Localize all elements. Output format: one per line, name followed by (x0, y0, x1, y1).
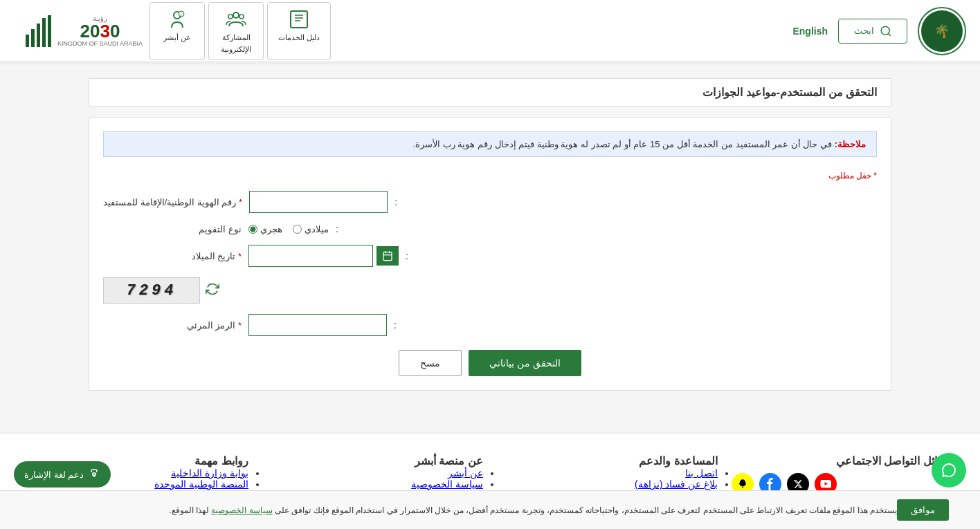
captcha-row: 7294 (103, 277, 877, 304)
sign-language-support-button[interactable]: دعم لغة الإشارة (14, 461, 111, 488)
page-title-bar: التحقق من المستخدم-مواعيد الجوازات (89, 78, 891, 106)
main-content: التحقق من المستخدم-مواعيد الجوازات ملاحظ… (75, 64, 905, 405)
vision-year-text: 2030 (80, 22, 120, 40)
note-text: في حال أن عمر المستفيد من الخدمة أقل من … (412, 139, 832, 149)
cookie-accept-button[interactable]: موافق (897, 499, 949, 521)
form-note-bar: ملاحظة: في حال أن عمر المستفيد من الخدمة… (103, 131, 877, 157)
svg-text:i: i (181, 13, 181, 17)
support-btn-label: دعم لغة الإشارة (24, 470, 84, 480)
search-label: ابحث (854, 26, 874, 36)
clear-button[interactable]: مسح (399, 350, 462, 376)
nav-e-participation[interactable]: المشاركة الإلكترونية (208, 2, 264, 60)
nav-absher-label: عن أبشر (163, 33, 191, 42)
header-right: دليل الخدمات المشاركة الإلكترونية (14, 2, 331, 60)
cookie-text: يستخدم هذا الموقع ملفات تعريف الارتباط ع… (21, 505, 897, 515)
people-icon (225, 8, 247, 30)
calendar-icon (382, 250, 393, 261)
svg-rect-18 (48, 15, 51, 47)
svg-rect-17 (42, 18, 46, 47)
verify-button[interactable]: التحقق من بياناتي (469, 350, 581, 376)
cookie-text-content: يستخدم هذا الموقع ملفات تعريف الارتباط ع… (275, 505, 897, 515)
chat-button[interactable] (932, 453, 966, 488)
id-required-star: * (239, 197, 242, 207)
calendar-button[interactable] (376, 246, 399, 266)
about-link-absher[interactable]: عن أبشر (448, 467, 483, 479)
svg-rect-4 (291, 11, 307, 28)
cookie-privacy-link[interactable]: سياسة الخصوصية (211, 505, 272, 515)
vision-2030-logo: رؤيـة 2030 KINGDOM OF SAUDI ARABIA (24, 14, 143, 48)
info-person-icon: i (166, 8, 188, 30)
miladi-option[interactable]: ميلادي (293, 224, 329, 234)
birth-date-row: : * تاريخ الميلاد (103, 245, 877, 267)
calendar-type-row: : ميلادي هجري نوع التقويم (103, 223, 877, 234)
link-unified[interactable]: المنصة الوطنية الموحدة (154, 479, 248, 490)
birth-date-label: * تاريخ الميلاد (103, 251, 242, 261)
id-number-row: : * رقم الهوية الوطنية/الإقامة للمستفيد (103, 191, 877, 213)
vision-country-en: KINGDOM OF SAUDI ARABIA (57, 40, 143, 47)
captcha-required-star: * (238, 320, 242, 331)
hijri-label: هجري (260, 224, 282, 234)
about-link-privacy[interactable]: سياسة الخصوصية (411, 479, 483, 490)
about-title: عن منصة أبشر (262, 454, 483, 467)
svg-rect-14 (26, 35, 29, 47)
list-item: اتصل بنا (497, 467, 718, 479)
vision-barchart-icon (24, 14, 52, 48)
language-button[interactable]: English (792, 26, 828, 37)
hijri-radio[interactable] (248, 225, 257, 234)
captcha-refresh-button[interactable] (206, 282, 219, 299)
sign-language-icon (88, 468, 100, 481)
svg-rect-16 (37, 24, 40, 47)
logo-inner: 🌴 (921, 10, 963, 52)
list-item: بلاغ عن فساد (نزاهة) (497, 479, 718, 490)
nav-guide-label: دليل الخدمات (278, 33, 320, 42)
nav-participation-label1: المشاركة (222, 33, 251, 42)
nav-service-guide[interactable]: دليل الخدمات (267, 2, 331, 60)
list-item: عن أبشر (262, 467, 483, 479)
nav-icons: دليل الخدمات المشاركة الإلكترونية (149, 2, 331, 60)
captcha-input[interactable] (248, 314, 387, 336)
captcha-image: 7294 (103, 277, 200, 304)
book-icon (288, 8, 310, 30)
cookie-text2: لهذا الموقع. (169, 505, 209, 515)
svg-point-10 (239, 15, 244, 19)
nav-participation-label2: الإلكترونية (221, 45, 251, 54)
search-box[interactable]: ابحث (838, 19, 907, 44)
miladi-label: ميلادي (305, 224, 329, 234)
id-number-input[interactable] (249, 191, 388, 213)
svg-point-2 (881, 26, 889, 35)
svg-text:🌴: 🌴 (934, 24, 950, 39)
link-moi[interactable]: بوابة وزارة الداخلية (171, 467, 248, 479)
date-input-container (248, 245, 399, 267)
note-label: ملاحظة: (835, 139, 866, 149)
site-header: 🌴 ابحث English دليل الخد (0, 0, 980, 62)
hijri-option[interactable]: هجري (248, 224, 282, 234)
search-icon (880, 25, 892, 37)
form-container: ملاحظة: في حال أن عمر المستفيد من الخدمة… (89, 117, 891, 391)
chat-icon (941, 462, 957, 479)
required-note: * حقل مطلوب (103, 171, 877, 180)
captcha-text: 7294 (127, 282, 177, 299)
palm-tree-icon: 🌴 (928, 17, 956, 45)
page-title: التحقق من المستخدم-مواعيد الجوازات (103, 86, 877, 99)
svg-point-8 (233, 12, 239, 18)
miladi-radio[interactable] (293, 225, 302, 234)
social-title: وسائل التواصل الاجتماعي (732, 454, 952, 467)
birth-required-star: * (238, 251, 242, 261)
nav-about-absher[interactable]: i عن أبشر (149, 2, 205, 60)
header-left: 🌴 ابحث English (792, 7, 966, 55)
svg-rect-15 (31, 29, 35, 47)
captcha-input-row: : * الرمز المرئي (103, 314, 877, 336)
svg-line-3 (888, 33, 890, 35)
support-link-corruption[interactable]: بلاغ عن فساد (نزاهة) (635, 479, 718, 490)
calendar-label: نوع التقويم (103, 224, 242, 234)
support-title: المساعدة والدعم (497, 454, 718, 467)
svg-rect-19 (383, 252, 392, 261)
support-link-contact[interactable]: اتصل بنا (685, 467, 718, 479)
list-item: سياسة الخصوصية (262, 479, 483, 490)
birth-date-input[interactable] (248, 245, 373, 267)
calendar-type-radios: ميلادي هجري (248, 224, 329, 234)
refresh-icon (206, 282, 219, 296)
form-buttons: التحقق من بياناتي مسح (103, 350, 877, 376)
site-logo[interactable]: 🌴 (918, 7, 966, 55)
cookie-bar: موافق يستخدم هذا الموقع ملفات تعريف الار… (0, 490, 980, 529)
